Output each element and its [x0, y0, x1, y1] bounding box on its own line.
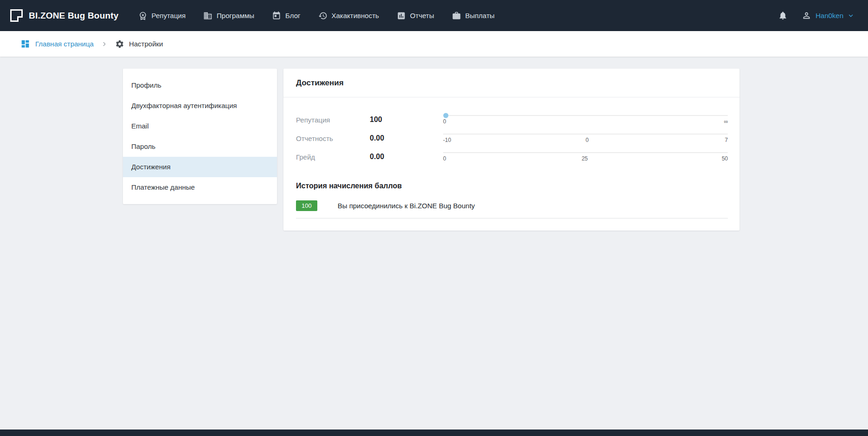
calendar-icon: [272, 11, 281, 20]
briefcase-icon: [452, 11, 461, 20]
metric-value: 0.00: [370, 153, 443, 161]
scale-mid: 25: [582, 155, 588, 162]
menu-item-password[interactable]: Пароль: [123, 136, 277, 157]
breadcrumb-current: Настройки: [115, 39, 163, 49]
medal-icon: [138, 11, 148, 20]
header-right: Han0ken: [778, 11, 854, 20]
metric-scale: 0 25 50: [443, 152, 728, 162]
metrics-list: Репутация 100 0 ∞ Отчетность 0.00: [283, 97, 739, 166]
nav-item-hackactivity[interactable]: Хакактивность: [318, 11, 379, 20]
nav-item-programs[interactable]: Программы: [203, 11, 254, 20]
top-header: BI.ZONE Bug Bounty Репутация Программы Б…: [0, 0, 868, 31]
scale-min: 0: [443, 155, 448, 162]
nav-label: Репутация: [152, 12, 186, 19]
achievements-card: Достижения Репутация 100 0 ∞ Отчетн: [283, 69, 739, 231]
metric-scale: -10 0 7: [443, 134, 728, 143]
chevron-down-icon: [848, 13, 854, 19]
footer-bar: [0, 430, 868, 436]
nav-item-blog[interactable]: Блог: [272, 11, 300, 20]
scale-track: [443, 134, 728, 135]
settings-menu: Профиль Двухфакторная аутентификация Ema…: [123, 69, 277, 204]
metric-row-reputation: Репутация 100 0 ∞: [296, 110, 728, 129]
building-icon: [203, 11, 212, 20]
scale-mid: [583, 118, 588, 125]
metric-value: 0.00: [370, 134, 443, 142]
notifications-bell-icon[interactable]: [778, 11, 788, 20]
brand-logo[interactable]: BI.ZONE Bug Bounty: [10, 9, 119, 22]
metric-row-grade: Грейд 0.00 0 25 50: [296, 147, 728, 166]
nav-label: Программы: [217, 12, 254, 19]
main-nav: Репутация Программы Блог Хакактивность О…: [138, 11, 495, 20]
breadcrumb-current-label: Настройки: [129, 40, 163, 48]
brand-name: BI.ZONE Bug Bounty: [29, 11, 119, 21]
metric-label: Репутация: [296, 116, 370, 124]
history-item-text: Вы присоединились к Bi.ZONE Bug Bounty: [338, 202, 475, 210]
menu-item-payment-details[interactable]: Платежные данные: [123, 177, 277, 198]
scale-max: 50: [722, 155, 728, 162]
nav-label: Выплаты: [465, 12, 495, 19]
main-content: Профиль Двухфакторная аутентификация Ema…: [0, 57, 868, 231]
scale-max: 7: [723, 137, 728, 143]
nav-label: Хакактивность: [332, 12, 379, 19]
metric-row-reporting: Отчетность 0.00 -10 0 7: [296, 129, 728, 147]
metric-label: Грейд: [296, 153, 370, 161]
scale-track: [443, 115, 728, 116]
scale-labels: 0 ∞: [443, 118, 728, 125]
scale-labels: -10 0 7: [443, 137, 728, 143]
nav-item-reports[interactable]: Отчеты: [397, 11, 434, 20]
nav-item-payouts[interactable]: Выплаты: [452, 11, 495, 20]
report-icon: [397, 11, 406, 20]
scale-min: 0: [443, 118, 448, 125]
scale-track: [443, 152, 728, 153]
scale-min: -10: [443, 137, 451, 143]
menu-item-email[interactable]: Email: [123, 116, 277, 136]
nav-item-reputation[interactable]: Репутация: [138, 11, 186, 20]
bizone-logo-icon: [10, 9, 23, 22]
dashboard-grid-icon: [20, 39, 30, 49]
user-name: Han0ken: [816, 12, 843, 19]
breadcrumb-home-label: Главная страница: [35, 40, 94, 48]
menu-item-profile[interactable]: Профиль: [123, 75, 277, 96]
metric-scale: 0 ∞: [443, 115, 728, 125]
history-icon: [318, 11, 328, 20]
scale-mid: 0: [585, 137, 590, 143]
breadcrumb-home-link[interactable]: Главная страница: [20, 39, 94, 49]
scale-marker: [444, 113, 449, 118]
nav-label: Блог: [285, 12, 300, 19]
breadcrumb: Главная страница Настройки: [0, 31, 868, 57]
scale-max: ∞: [723, 118, 728, 125]
nav-label: Отчеты: [410, 12, 434, 19]
history-item: 100 Вы присоединились к Bi.ZONE Bug Boun…: [296, 200, 728, 218]
history-section-title: История начисления баллов: [283, 166, 739, 190]
metric-label: Отчетность: [296, 135, 370, 142]
gear-icon: [115, 39, 124, 49]
menu-item-achievements[interactable]: Достижения: [123, 157, 277, 177]
user-menu[interactable]: Han0ken: [802, 11, 854, 20]
chevron-right-icon: [101, 41, 108, 47]
scale-labels: 0 25 50: [443, 155, 728, 162]
card-title: Достижения: [283, 69, 739, 97]
points-badge: 100: [296, 200, 317, 211]
menu-item-2fa[interactable]: Двухфакторная аутентификация: [123, 96, 277, 116]
user-icon: [802, 11, 811, 20]
metric-value: 100: [370, 115, 443, 124]
